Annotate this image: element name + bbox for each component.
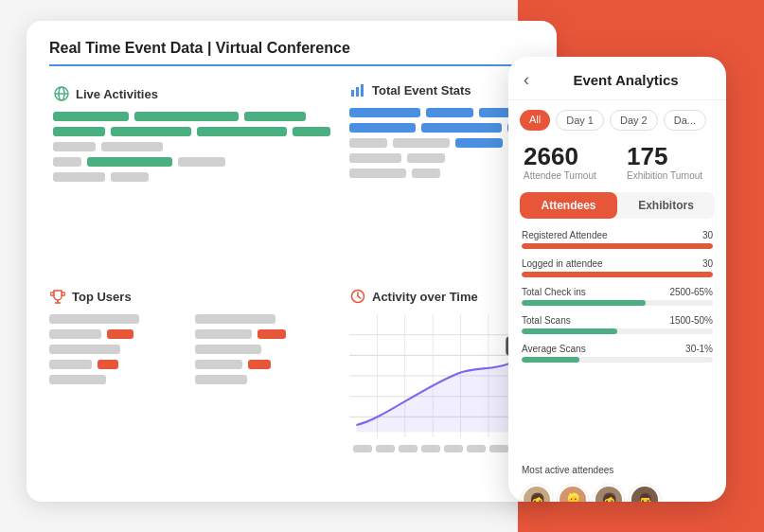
trophy-icon	[49, 288, 66, 305]
exhibitors-toggle-btn[interactable]: Exhibitors	[617, 192, 715, 219]
avatar-4: 👨	[630, 485, 660, 502]
dashboard-title: Real Time Event Data | Virtual Conferenc…	[49, 40, 534, 66]
top-users-col2	[195, 314, 335, 390]
chart-icon	[349, 81, 366, 98]
top-users-section: Top Users	[49, 288, 334, 479]
metric-value: 1500-50%	[669, 315, 713, 326]
avatar-3: 👩	[594, 485, 624, 502]
main-dashboard-card: Real Time Event Data | Virtual Conferenc…	[27, 21, 557, 502]
metric-label: Total Scans	[522, 315, 571, 326]
metric-value: 30	[702, 258, 713, 269]
panel-title: Event Analytics	[541, 72, 711, 88]
most-active-label: Most active attendees	[508, 463, 726, 479]
tab-day3[interactable]: Da...	[664, 110, 706, 131]
top-users-header: Top Users	[49, 288, 334, 305]
svg-rect-5	[361, 84, 364, 97]
back-button[interactable]: ‹	[524, 70, 529, 90]
avatar-1: 👩	[522, 485, 552, 502]
dashboard-grid: Live Activities Total Ev	[49, 81, 534, 479]
metric-average-scans: Average Scans 30-1%	[522, 344, 713, 363]
panel-header: ‹ Event Analytics	[508, 57, 726, 100]
svg-rect-3	[351, 90, 354, 97]
clock-icon	[349, 288, 366, 305]
metric-total-scans: Total Scans 1500-50%	[522, 315, 713, 334]
top-users-grid	[49, 314, 334, 390]
analytics-panel: ‹ Event Analytics All Day 1 Day 2 Da... …	[508, 57, 726, 502]
metric-total-checkins: Total Check ins 2500-65%	[522, 287, 713, 306]
live-activities-section: Live Activities	[49, 81, 334, 273]
attendee-turnout-number: 2660	[524, 144, 608, 168]
globe-icon	[53, 85, 70, 102]
live-activities-bars	[53, 112, 330, 182]
activity-over-time-label: Activity over Time	[372, 290, 478, 304]
tab-day1[interactable]: Day 1	[556, 110, 604, 131]
live-activities-header: Live Activities	[53, 85, 330, 102]
top-users-col1	[49, 314, 189, 390]
top-users-label: Top Users	[72, 290, 132, 304]
metric-label: Average Scans	[522, 344, 586, 354]
metric-label: Logged in attendee	[522, 258, 603, 269]
metric-label: Total Check ins	[522, 287, 586, 297]
metric-value: 30-1%	[685, 344, 713, 354]
metrics-list: Registered Attendee 30 Logged in attende…	[508, 226, 726, 463]
tab-day2[interactable]: Day 2	[610, 110, 658, 131]
metric-logged-in-attendee: Logged in attendee 30	[522, 258, 713, 277]
metric-value: 2500-65%	[669, 287, 713, 297]
attendee-toggle: Attendees Exhibitors	[520, 192, 715, 219]
attendee-turnout-label: Attendee Turnout	[524, 170, 608, 181]
avatars-row: 👩 👱 👩 👨	[508, 479, 726, 502]
metric-registered-attendee: Registered Attendee 30	[522, 230, 713, 249]
tab-all[interactable]: All	[520, 110, 550, 131]
exhibition-turnout-label: Exhibition Turnout	[627, 170, 711, 181]
exhibition-turnout-stat: 175 Exhibition Turnout	[627, 144, 711, 181]
attendee-turnout-stat: 2660 Attendee Turnout	[524, 144, 608, 181]
live-activities-label: Live Activities	[76, 87, 158, 101]
total-event-stats-label: Total Event Stats	[372, 83, 471, 98]
metric-label: Registered Attendee	[522, 230, 608, 240]
svg-rect-4	[356, 87, 359, 97]
stats-row: 2660 Attendee Turnout 175 Exhibition Tur…	[508, 136, 726, 185]
avatar-2: 👱	[558, 485, 588, 502]
exhibition-turnout-number: 175	[627, 144, 711, 168]
metric-value: 30	[702, 230, 713, 240]
attendees-toggle-btn[interactable]: Attendees	[520, 192, 617, 219]
day-tabs-container: All Day 1 Day 2 Da...	[508, 100, 726, 136]
